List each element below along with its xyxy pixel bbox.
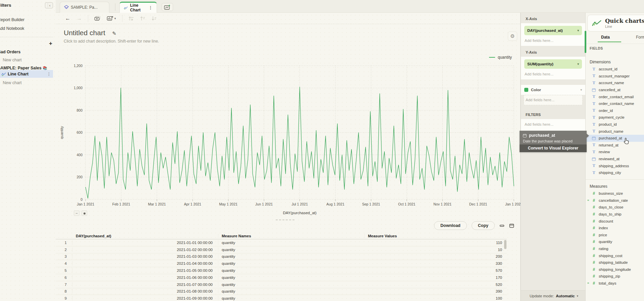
measure-field-item[interactable]: # shipping_cost	[586, 252, 644, 259]
field-name: discount	[599, 219, 613, 223]
sidebar-item-new-chart-1[interactable]: +New chart	[0, 58, 22, 62]
sidebar-item-add-notebook[interactable]: Add Notebook	[0, 26, 24, 31]
sort-ascending-button[interactable]	[140, 16, 145, 21]
sidebar-item-bad-orders[interactable]: Bad Orders	[0, 50, 20, 54]
sidebar-item-new-chart-2[interactable]: +New chart	[0, 80, 22, 85]
tab-data[interactable]: Data	[601, 35, 610, 40]
update-mode-value[interactable]: Automatic	[556, 294, 575, 298]
dimension-field-item[interactable]: T product_name	[586, 128, 644, 135]
sort-descending-button[interactable]	[151, 16, 157, 21]
field-name: review	[599, 150, 610, 154]
dimension-field-item[interactable]: T review	[586, 148, 644, 156]
caret-down-icon[interactable]: ▾	[577, 62, 579, 66]
dimension-field-item[interactable]: T account_id	[586, 66, 644, 73]
tab-sample-paper-sales[interactable]: SAMPLE: Pa...	[60, 2, 109, 13]
measure-field-item[interactable]: # shipping_longitude	[586, 266, 644, 273]
y-axis-field-pill[interactable]: SUM(quantity) ▾	[524, 59, 582, 69]
field-description: Date the purchase was placed	[523, 139, 583, 143]
copy-button[interactable]: Copy	[472, 221, 495, 230]
measure-field-item[interactable]: # discount	[586, 218, 644, 225]
zoom-out-button[interactable]: −	[74, 210, 79, 216]
kebab-menu-icon[interactable]: ⋮	[47, 72, 51, 76]
measure-field-item[interactable]: = # cancellation_rate	[586, 197, 644, 204]
dimension-field-item[interactable]: T product_id	[586, 121, 644, 128]
measure-field-item[interactable]: # index	[586, 225, 644, 232]
text-type-icon: T	[592, 81, 596, 85]
fields-header: FIELDS	[590, 46, 603, 50]
field-name: product_id	[599, 122, 617, 126]
expand-table-button[interactable]	[509, 224, 514, 228]
caret-down-icon[interactable]: ▾	[577, 294, 578, 298]
kebab-menu-icon[interactable]: ⋮	[149, 5, 153, 10]
dimension-field-item[interactable]: cancelled_at	[586, 86, 644, 94]
dimension-field-item[interactable]: T order_contact_name	[586, 100, 644, 107]
new-tab-button[interactable]	[162, 3, 173, 11]
measure-field-item[interactable]: # quantity	[586, 238, 644, 245]
table-body: 1 2021-01-01 00:00:00 quantity 110 2 202…	[56, 239, 507, 301]
new-chart-label: New chart	[3, 80, 21, 85]
measure-field-item[interactable]: # shipping_zip	[586, 273, 644, 280]
tab-line-chart[interactable]: Line Chart ⋮	[119, 2, 157, 13]
dimension-field-item[interactable]: T account_manager	[586, 73, 644, 80]
chart-description-placeholder[interactable]: Click to add chart description. Shift-en…	[64, 39, 159, 44]
add-report-button[interactable]: +	[49, 40, 52, 47]
dot-icon	[84, 213, 86, 215]
dimension-field-item[interactable]: T order_id	[586, 107, 644, 114]
measure-field-item[interactable]: # shipping_latitude	[586, 259, 644, 266]
caret-down-icon[interactable]: ▾	[577, 29, 579, 32]
chart-title[interactable]: Untitled chart	[64, 29, 105, 37]
color-section[interactable]: Color ▾	[521, 84, 585, 95]
measure-field-item[interactable]: = # total_days	[586, 280, 644, 287]
collapse-sidebar-button[interactable]: ‹	[45, 2, 53, 8]
chart-settings-button[interactable]: ⚙	[508, 32, 517, 41]
sidebar-item-report-builder[interactable]: Report Builder	[0, 17, 24, 22]
convert-to-visual-explorer-button[interactable]: Convert to Visual Explorer	[520, 144, 587, 152]
pivot-button[interactable]	[128, 16, 134, 21]
chart-legend[interactable]: quantity	[489, 55, 512, 60]
color-dropzone[interactable]: Add fields here...	[524, 95, 583, 105]
minimize-table-button[interactable]	[499, 224, 504, 228]
edit-title-icon[interactable]: ✎	[112, 31, 116, 36]
download-button[interactable]: Download	[434, 221, 467, 230]
measure-field-item[interactable]: # price	[586, 232, 644, 239]
remove-chart-button[interactable]: ▾	[107, 16, 116, 21]
field-name: index	[599, 226, 608, 230]
x-axis-dropzone[interactable]: DAY(purchased_at) ▾ Add fields here...	[521, 23, 585, 46]
x-axis-field-pill[interactable]: DAY(purchased_at) ▾	[524, 26, 582, 35]
svg-text:0: 0	[80, 197, 83, 201]
undo-button[interactable]: ←	[65, 15, 70, 21]
row-number: 5	[56, 268, 72, 273]
dimensions-label: Dimensions	[586, 58, 644, 66]
text-type-icon: T	[592, 67, 596, 71]
measure-field-item[interactable]: # rating	[586, 245, 644, 252]
dimension-field-item[interactable]: purchased_at	[586, 135, 644, 142]
cell-measure-name: quantity	[218, 241, 364, 245]
cell-measure-value: 200	[364, 254, 507, 258]
sidebar-item-line-chart[interactable]: Line Chart ⋮	[0, 70, 53, 78]
dimension-field-item[interactable]: T returned_at	[586, 142, 644, 149]
dimension-field-item[interactable]: T payment_cycle	[586, 114, 644, 121]
caret-down-icon[interactable]: ▾	[580, 88, 582, 92]
resize-handle[interactable]	[276, 220, 294, 220]
line-chart-plot[interactable]: 02004006008001,0001,200Jan 1 2021Feb 1 2…	[56, 60, 521, 219]
sample-label: SAMPLE: Paper Sales	[0, 66, 42, 70]
tab-format[interactable]: Format	[636, 35, 644, 40]
y-axis-dropzone[interactable]: SUM(quantity) ▾ Add fields here...	[521, 56, 585, 80]
dimension-field-item[interactable]: T account_name	[586, 79, 644, 86]
svg-text:Jun 1 2021: Jun 1 2021	[255, 202, 273, 206]
dimension-field-item[interactable]: T shipping_city	[586, 169, 644, 176]
zoom-reset-button[interactable]	[82, 210, 87, 216]
measure-field-item[interactable]: # days_to_close	[586, 204, 644, 211]
dimension-field-item[interactable]: reviewed_at	[586, 156, 644, 163]
number-type-icon: #	[592, 260, 596, 265]
tooltip-body: purchased_at Date the purchase was place…	[520, 131, 587, 144]
svg-text:400: 400	[76, 153, 83, 157]
sidebar-item-sample-paper-sales[interactable]: SAMPLE: Paper Sales 📚	[0, 66, 47, 70]
dimension-field-item[interactable]: T shipping_address	[586, 162, 644, 169]
measure-field-item[interactable]: # days_to_ship	[586, 211, 644, 218]
dimension-field-item[interactable]: T order_contact_email	[586, 93, 644, 100]
table-scrollbar[interactable]	[504, 240, 506, 249]
redo-button[interactable]: →	[76, 15, 82, 21]
measure-field-item[interactable]: # business_size	[586, 190, 644, 197]
duplicate-chart-button[interactable]	[94, 16, 101, 21]
